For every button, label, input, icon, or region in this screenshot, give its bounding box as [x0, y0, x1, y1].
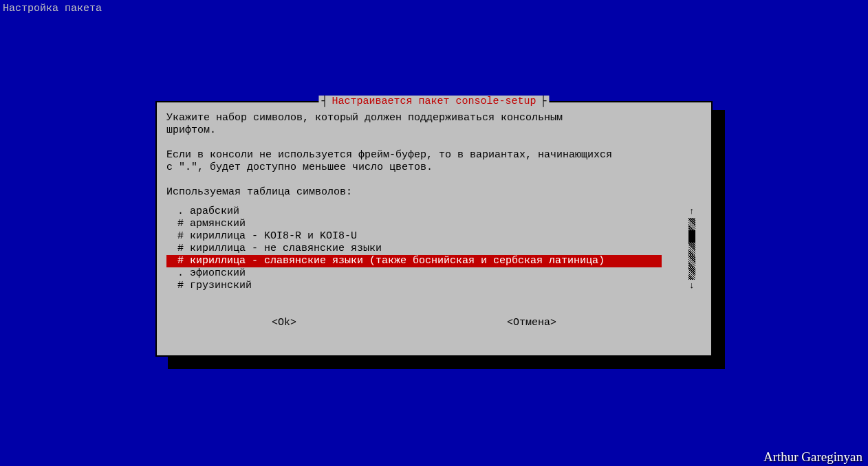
page-title: Настройка пакета [3, 3, 102, 15]
list-item[interactable]: # кириллица - славянские языки (также бо… [166, 255, 662, 267]
list-item[interactable]: # грузинский [166, 280, 662, 292]
ok-button[interactable]: <Ok> [272, 317, 296, 329]
list-item[interactable]: # армянский [166, 218, 662, 230]
cancel-button[interactable]: <Отмена> [507, 317, 556, 329]
scroll-thumb[interactable] [688, 230, 695, 243]
scroll-up-icon[interactable]: ↑ [689, 206, 695, 218]
list-item[interactable]: # кириллица - не славянские языки [166, 243, 662, 255]
scrollbar[interactable]: ↑ ↓ [680, 206, 704, 292]
dialog: ┤ Настраивается пакет console-setup ├ Ук… [155, 101, 713, 357]
list-item[interactable]: . арабский [166, 206, 662, 218]
watermark: Arthur Gareginyan [763, 451, 862, 463]
scroll-track[interactable] [688, 267, 695, 280]
scroll-track[interactable] [688, 243, 695, 255]
scroll-down-icon[interactable]: ↓ [689, 280, 695, 292]
dialog-title-text: Настраивается пакет console-setup [332, 96, 536, 108]
dialog-buttons: <Ok> <Отмена> [166, 317, 662, 329]
scroll-track[interactable] [688, 218, 695, 230]
charset-list[interactable]: . арабский# армянский# кириллица - KOI8-… [166, 206, 662, 292]
dialog-shadow-bottom [168, 357, 725, 369]
dialog-shadow-right [713, 110, 725, 366]
title-bracket-right: ├ [541, 96, 547, 108]
dialog-content: Укажите набор символов, который должен п… [166, 112, 702, 329]
list-item[interactable]: . эфиопский [166, 267, 662, 280]
title-bracket-left: ┤ [321, 96, 327, 108]
scroll-track[interactable] [688, 255, 695, 267]
list-item[interactable]: # кириллица - KOI8-R и KOI8-U [166, 230, 662, 243]
prompt-text: Укажите набор символов, который должен п… [166, 112, 702, 199]
dialog-title: ┤ Настраивается пакет console-setup ├ [318, 96, 549, 108]
list-area: . арабский# армянский# кириллица - KOI8-… [166, 206, 702, 292]
